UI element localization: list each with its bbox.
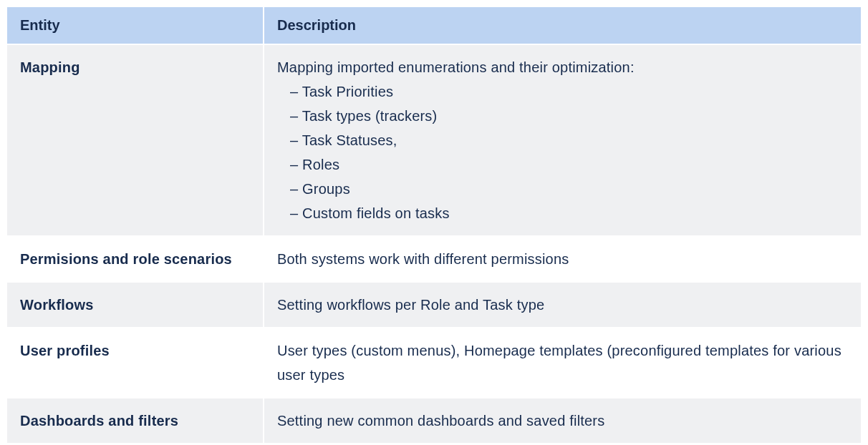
table-row: WorkflowsSetting workflows per Role and … <box>7 283 861 327</box>
description-intro: Setting workflows per Role and Task type <box>277 293 848 317</box>
description-bullet: – Task Priorities <box>277 79 848 104</box>
description-intro: Setting new common dashboards and saved … <box>277 409 848 433</box>
table-row: MappingMapping imported enumerations and… <box>7 45 861 235</box>
description-intro: Mapping imported enumerations and their … <box>277 55 848 79</box>
description-cell: Setting new common dashboards and saved … <box>264 398 861 443</box>
description-intro: Both systems work with different permiss… <box>277 247 848 271</box>
table-row: User profilesUser types (custom menus), … <box>7 328 861 397</box>
entity-cell: Workflows <box>7 283 263 327</box>
entity-cell: Dashboards and filters <box>7 398 263 443</box>
description-bullet: – Custom fields on tasks <box>277 201 848 225</box>
description-bullet: – Roles <box>277 152 848 177</box>
entity-cell: Permisions and role scenarios <box>7 237 263 281</box>
description-cell: User types (custom menus), Homepage temp… <box>264 328 861 397</box>
header-entity: Entity <box>7 7 263 44</box>
description-bullet: – Task Statuses, <box>277 128 848 152</box>
description-cell: Both systems work with different permiss… <box>264 237 861 281</box>
description-bullet: – Task types (trackers) <box>277 104 848 128</box>
entity-cell: User profiles <box>7 328 263 397</box>
table-row: Permisions and role scenariosBoth system… <box>7 237 861 281</box>
entity-cell: Mapping <box>7 45 263 235</box>
header-description: Description <box>264 7 861 44</box>
description-intro: User types (custom menus), Homepage temp… <box>277 338 848 387</box>
table-row: Dashboards and filtersSetting new common… <box>7 398 861 443</box>
description-cell: Mapping imported enumerations and their … <box>264 45 861 235</box>
description-bullet: – Groups <box>277 177 848 201</box>
entity-description-table: Entity Description MappingMapping import… <box>6 6 862 444</box>
description-cell: Setting workflows per Role and Task type <box>264 283 861 327</box>
